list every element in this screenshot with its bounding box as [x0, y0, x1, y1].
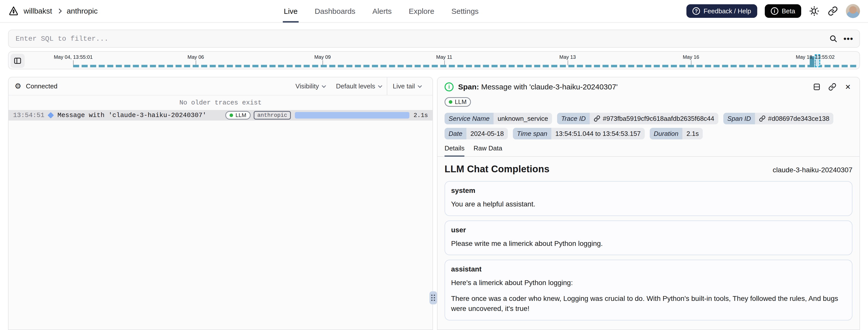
attr-service-name: Service Name unknown_service: [444, 113, 552, 124]
trace-timestamp: 13:54:51: [13, 112, 44, 119]
llm-tag-label: LLM: [455, 98, 467, 106]
span-info-icon: i: [444, 82, 454, 91]
green-dot-icon: [229, 114, 233, 117]
chevron-down-icon: [322, 84, 326, 88]
live-tail-label: Live tail: [393, 82, 415, 90]
sidebar-toggle-button[interactable]: [10, 54, 25, 68]
theme-toggle-icon[interactable]: [809, 5, 820, 17]
timeline-tick-line: [568, 60, 568, 65]
sql-filter-input[interactable]: [14, 34, 823, 43]
llm-tag: LLM: [444, 97, 471, 107]
visibility-dropdown[interactable]: Visibility: [290, 77, 330, 95]
message-card-assistant: assistant Here's a limerick about Python…: [444, 260, 852, 321]
scope-tag: anthropic: [254, 111, 291, 120]
span-header-actions: ✕: [812, 82, 852, 91]
span-attributes: Service Name unknown_service Trace ID #9…: [437, 107, 860, 140]
attr-value: 13:54:51.044 to 13:54:53.157: [551, 128, 645, 140]
attr-value: unknown_service: [494, 113, 552, 124]
trace-row[interactable]: 13:54:51 Message with 'claude-3-haiku-20…: [8, 110, 433, 121]
span-detail-panel: i Span: Message with 'claude-3-haiku-202…: [437, 77, 860, 330]
timeline-tick-line: [322, 60, 323, 65]
live-tail-dropdown[interactable]: Live tail: [387, 77, 427, 95]
duration-text: 2.1s: [413, 112, 428, 119]
breadcrumb-org[interactable]: willbakst: [24, 7, 52, 15]
nav-tabs: Live Dashboards Alerts Explore Settings: [284, 0, 479, 23]
tab-settings[interactable]: Settings: [451, 0, 478, 23]
span-title-text: Message with 'claude-3-haiku-20240307': [481, 83, 618, 91]
feedback-help-label: Feedback / Help: [704, 7, 751, 15]
span-title-label: Span:: [458, 83, 479, 91]
timeline-tick-line: [691, 60, 691, 65]
timeline-tick-line: [196, 60, 196, 65]
span-header: i Span: Message with 'claude-3-haiku-202…: [437, 77, 860, 95]
attr-value-link[interactable]: #973fba5919cf9c618aafdb2635f68c44: [590, 113, 718, 124]
more-options-icon[interactable]: •••: [843, 35, 854, 43]
copy-link-icon[interactable]: [828, 82, 837, 91]
tab-explore[interactable]: Explore: [409, 0, 434, 23]
message-role: assistant: [451, 265, 846, 273]
attr-label: Service Name: [444, 113, 494, 124]
beta-button[interactable]: i Beta: [765, 4, 801, 18]
timeline-tick-label: May 09: [314, 54, 331, 60]
attr-label: Span ID: [723, 113, 755, 124]
attr-value: 2.1s: [682, 128, 703, 140]
timeline-tick-line: [444, 60, 445, 65]
tab-alerts[interactable]: Alerts: [372, 0, 392, 23]
trace-list-header: ⚙ Connected Visibility Default levels Li…: [8, 77, 433, 95]
tab-live[interactable]: Live: [284, 0, 298, 23]
message-body: Please write me a limerick about Python …: [451, 239, 846, 249]
attr-label: Trace ID: [557, 113, 590, 124]
green-dot-icon: [449, 100, 452, 104]
span-tags: LLM: [437, 95, 860, 107]
attr-duration: Duration 2.1s: [650, 128, 703, 140]
trace-id-value: #973fba5919cf9c618aafdb2635f68c44: [603, 115, 714, 123]
llm-tag: LLM: [225, 111, 251, 120]
user-avatar[interactable]: [846, 4, 860, 18]
attr-label: Duration: [650, 128, 682, 140]
timeline-panel: May 04, 13:55:01May 06May 09May 11May 13…: [8, 51, 860, 69]
question-icon: ?: [692, 7, 700, 15]
attribute-row: Date 2024-05-18 Time span 13:54:51.044 t…: [444, 128, 852, 140]
close-icon[interactable]: ✕: [843, 82, 852, 91]
default-levels-label: Default levels: [336, 82, 375, 90]
visibility-label: Visibility: [296, 82, 319, 90]
trace-list-controls: Visibility Default levels Live tail: [290, 77, 427, 95]
attr-label: Time span: [513, 128, 551, 140]
span-title: Span: Message with 'claude-3-haiku-20240…: [458, 83, 618, 91]
message-role: system: [451, 187, 846, 194]
chevron-down-icon: [378, 84, 382, 88]
panel-resize-handle[interactable]: [430, 291, 437, 304]
timeline-tick-label: May 13: [559, 54, 576, 60]
search-icon[interactable]: [828, 34, 838, 44]
link-icon: [759, 115, 766, 122]
attr-value-link[interactable]: #d08697de343ce138: [755, 113, 833, 124]
message-card-user: user Please write me a limerick about Py…: [444, 220, 852, 256]
message-body: You are a helpful assistant.: [451, 199, 846, 209]
chat-messages: system You are a helpful assistant. user…: [437, 175, 860, 328]
info-icon: i: [771, 7, 778, 15]
feedback-help-button[interactable]: ? Feedback / Help: [686, 4, 757, 18]
breadcrumb: willbakst anthropic: [8, 5, 98, 17]
split-view-icon[interactable]: [812, 82, 821, 91]
message-body: Here's a limerick about Python logging:T…: [451, 278, 846, 314]
attr-label: Date: [444, 128, 466, 140]
gear-icon[interactable]: ⚙: [14, 82, 21, 90]
duration-bar: [295, 112, 409, 119]
timeline-activity-line: [73, 65, 857, 67]
message-card-system: system You are a helpful assistant.: [444, 181, 852, 216]
chevron-down-icon: [418, 84, 422, 88]
timeline-track[interactable]: May 04, 13:55:01May 06May 09May 11May 13…: [8, 52, 860, 69]
attr-trace-id: Trace ID #973fba5919cf9c618aafdb2635f68c…: [557, 113, 718, 124]
tab-raw-data[interactable]: Raw Data: [473, 144, 502, 156]
no-older-traces-message: No older traces exist: [8, 95, 433, 110]
attr-time-span: Time span 13:54:51.044 to 13:54:53.157: [513, 128, 645, 140]
attr-span-id: Span ID #d08697de343ce138: [723, 113, 833, 124]
tab-details[interactable]: Details: [444, 144, 464, 156]
tab-dashboards[interactable]: Dashboards: [315, 0, 355, 23]
logfire-logo-icon[interactable]: [8, 5, 19, 17]
chevron-right-icon: [57, 8, 62, 13]
share-link-icon[interactable]: [827, 5, 838, 17]
default-levels-dropdown[interactable]: Default levels: [331, 77, 387, 95]
breadcrumb-project[interactable]: anthropic: [67, 7, 97, 15]
span-id-value: #d08697de343ce138: [768, 115, 829, 123]
